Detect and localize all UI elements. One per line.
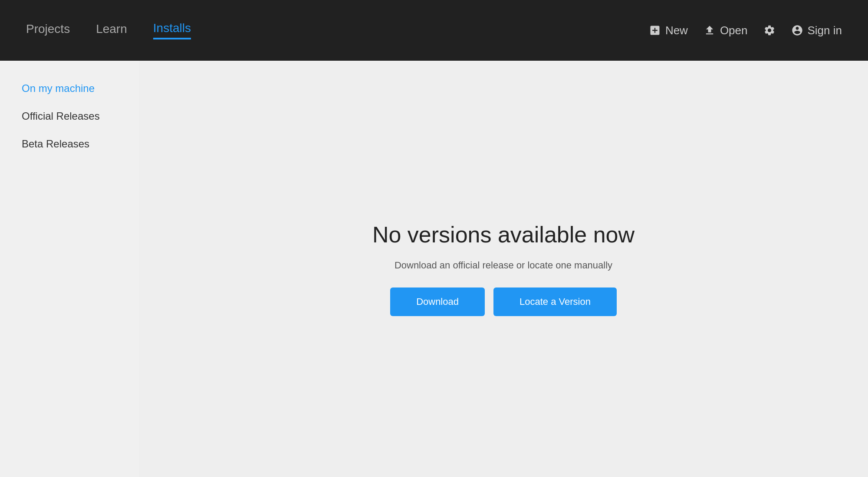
- header: Projects Learn Installs New Open Sign in: [0, 0, 868, 61]
- empty-title: No versions available now: [372, 222, 635, 248]
- sidebar-item-beta-releases[interactable]: Beta Releases: [22, 138, 117, 150]
- sidebar-item-on-my-machine[interactable]: On my machine: [22, 82, 117, 95]
- action-buttons: Download Locate a Version: [390, 288, 617, 316]
- account-icon: [791, 24, 803, 36]
- header-actions: New Open Sign in: [649, 24, 842, 37]
- sidebar-item-official-releases[interactable]: Official Releases: [22, 110, 117, 122]
- main-content: No versions available now Download an of…: [139, 61, 868, 477]
- locate-version-button[interactable]: Locate a Version: [493, 288, 617, 316]
- signin-button[interactable]: Sign in: [791, 24, 842, 37]
- nav-learn[interactable]: Learn: [96, 22, 127, 39]
- nav-installs[interactable]: Installs: [153, 21, 191, 39]
- body-layout: On my machine Official Releases Beta Rel…: [0, 61, 868, 477]
- empty-state: No versions available now Download an of…: [372, 222, 635, 316]
- open-button[interactable]: Open: [704, 24, 748, 37]
- sidebar: On my machine Official Releases Beta Rel…: [0, 61, 139, 477]
- gear-icon: [763, 24, 776, 36]
- settings-button[interactable]: [763, 24, 776, 36]
- new-icon: [649, 24, 661, 36]
- new-button[interactable]: New: [649, 24, 688, 37]
- download-button[interactable]: Download: [390, 288, 485, 316]
- main-nav: Projects Learn Installs: [26, 21, 649, 39]
- empty-subtitle: Download an official release or locate o…: [395, 260, 612, 271]
- nav-projects[interactable]: Projects: [26, 22, 70, 39]
- open-icon: [704, 24, 716, 36]
